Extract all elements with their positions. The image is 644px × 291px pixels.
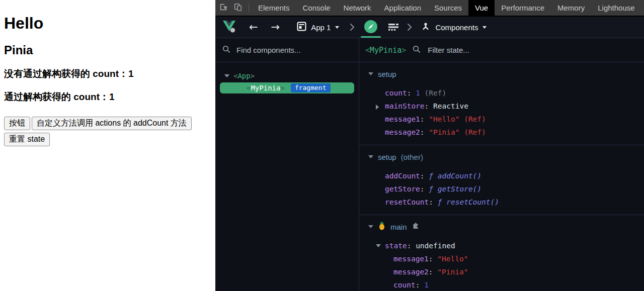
state-row-count: count: 1 (359, 278, 644, 291)
collapse-arrow-icon[interactable] (368, 155, 373, 158)
collapse-arrow-icon[interactable] (368, 225, 373, 228)
inspect-element-icon[interactable] (219, 3, 228, 13)
state-section-setup-other: setup(other)addCount: ƒ addCount()getSto… (359, 145, 644, 215)
state-row-message2: message2: "Pinia" (Ref) (359, 126, 644, 139)
pinia-pineapple-icon (378, 222, 386, 232)
tab-elements[interactable]: Elements (252, 0, 296, 16)
inspector-panels: <App><MyPinia>fragment <MyPinia> setupco… (215, 38, 644, 291)
component-state-panel: <MyPinia> setupcount: 1 (Ref)mainStore: … (359, 38, 644, 291)
section-rows-main: state: undefinedmessage1: "Hello"message… (359, 239, 644, 291)
page-button-2[interactable]: 自定义方法调用 actions 的 addCount 方法 (32, 117, 192, 130)
tab-memory[interactable]: Memory (551, 0, 591, 16)
state-row-message1: message1: "Hello" (Ref) (359, 113, 644, 126)
state-header-row: <MyPinia> (359, 38, 644, 62)
expand-arrow-icon[interactable] (376, 105, 379, 110)
component-tag: <App> (233, 72, 255, 80)
page-heading-hello: Hello (4, 14, 211, 33)
find-components-row (215, 38, 359, 62)
chevron-separator-icon (349, 23, 355, 31)
component-tag: <MyPinia> (247, 84, 285, 92)
vue-toolbar: ← → App 1 (215, 17, 644, 38)
app-icon (297, 22, 306, 33)
tab-performance[interactable]: Performance (495, 0, 551, 16)
find-components-input[interactable] (235, 45, 352, 55)
selected-component-title: <MyPinia> (365, 46, 406, 55)
tree-item-app[interactable]: <App> (220, 70, 354, 81)
toggle-device-toolbar-icon[interactable] (233, 3, 243, 13)
state-row-count: count: 1 (Ref) (359, 86, 644, 100)
count-line-destructure: 通过解构获得的 count：1 (4, 90, 211, 104)
state-sections: setupcount: 1 (Ref)mainStore: Reactiveme… (359, 62, 644, 291)
section-title: setup (378, 70, 396, 78)
tab-console[interactable]: Console (296, 0, 337, 16)
inspector-view-select[interactable]: Components (421, 22, 487, 33)
active-tab-underline (361, 36, 381, 38)
devtools-tabbar: ElementsConsoleNetworkApplicationSources… (215, 0, 644, 17)
components-tree-panel: <App><MyPinia>fragment (215, 38, 359, 291)
inspector-view-label: Components (435, 23, 478, 32)
page-buttons: 按钮自定义方法调用 actions 的 addCount 方法重置 state (4, 117, 211, 149)
expand-arrow-icon[interactable] (224, 74, 229, 77)
fragment-badge: fragment (291, 83, 331, 92)
tabbar-divider (249, 4, 249, 12)
state-row-resetCount: resetCount: ƒ resetCount() (359, 196, 644, 209)
vue-logo (222, 20, 236, 34)
tab-application[interactable]: Application (378, 0, 428, 16)
state-row-state[interactable]: state: undefined (359, 239, 644, 252)
state-section-main: mainstate: undefinedmessage1: "Hello"mes… (359, 215, 644, 291)
inspector-tab[interactable] (361, 17, 380, 38)
screen: Hello Pinia 没有通过解构获得的 count：1 通过解构获得的 co… (0, 0, 644, 291)
search-icon (222, 45, 230, 55)
state-row-message2: message2: "Pinia" (359, 265, 644, 278)
section-title: setup (378, 153, 396, 161)
collapse-arrow-icon[interactable] (368, 72, 373, 75)
browser-page: Hello Pinia 没有通过解构获得的 count：1 通过解构获得的 co… (0, 0, 215, 291)
state-section-setup: setupcount: 1 (Ref)mainStore: Reactiveme… (359, 62, 644, 145)
timeline-icon[interactable] (387, 22, 399, 33)
app-select[interactable]: App 1 (297, 22, 339, 33)
count-line-no-destructure: 没有通过解构获得的 count：1 (4, 67, 211, 80)
section-rows-setup: count: 1 (Ref)mainStore: Reactivemessage… (359, 86, 644, 139)
section-header-setup-other[interactable]: setup(other) (359, 151, 644, 162)
forward-arrow-icon[interactable]: → (271, 22, 280, 33)
tab-vue[interactable]: Vue (468, 0, 495, 16)
back-arrow-icon[interactable]: ← (249, 22, 258, 33)
section-suffix: (other) (401, 153, 423, 161)
state-row-mainStore[interactable]: mainStore: Reactive (359, 100, 644, 113)
tab-lighthouse[interactable]: Lighthouse (591, 0, 641, 16)
components-tree-icon (421, 22, 431, 33)
state-row-getStore: getStore: ƒ getStore() (359, 182, 644, 196)
devtools-tabbar-icons (215, 0, 246, 16)
dropdown-caret-icon (335, 26, 339, 29)
section-header-main[interactable]: main (359, 221, 644, 232)
component-tree: <App><MyPinia>fragment (215, 62, 359, 94)
inspector-compass-icon (364, 20, 378, 35)
page-button-3[interactable]: 重置 state (4, 133, 50, 146)
page-heading-pinia: Pinia (4, 43, 211, 57)
app-select-label: App 1 (311, 23, 331, 32)
section-header-setup[interactable]: setup (359, 68, 644, 79)
tab-sources[interactable]: Sources (428, 0, 468, 16)
devtools-tabs: ElementsConsoleNetworkApplicationSources… (252, 0, 641, 16)
filter-state-input[interactable] (427, 45, 638, 55)
plugin-puzzle-icon (412, 222, 420, 232)
section-title: main (390, 223, 407, 231)
devtools-window: ElementsConsoleNetworkApplicationSources… (215, 0, 644, 291)
tree-item-mypinia[interactable]: <MyPinia>fragment (220, 82, 354, 93)
state-row-addCount: addCount: ƒ addCount() (359, 169, 644, 182)
page-button-1[interactable]: 按钮 (4, 117, 30, 130)
dropdown-caret-icon (482, 26, 487, 29)
chevron-separator-icon (407, 23, 413, 31)
tab-network[interactable]: Network (337, 0, 378, 16)
search-icon (412, 45, 421, 55)
expand-arrow-icon[interactable] (376, 244, 381, 247)
section-rows-setup-other: addCount: ƒ addCount()getStore: ƒ getSto… (359, 169, 644, 209)
state-row-message1: message1: "Hello" (359, 252, 644, 265)
